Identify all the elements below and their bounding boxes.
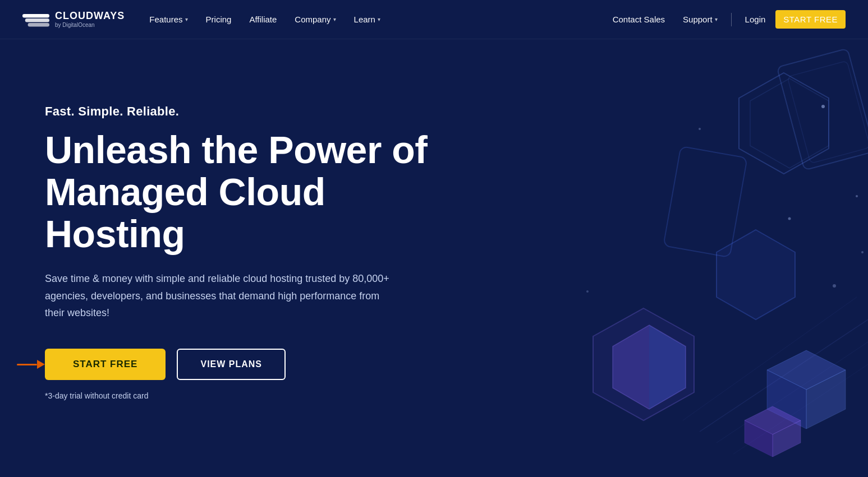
logo-sub: by DigitalOcean [55, 22, 125, 28]
start-free-nav-button[interactable]: START FREE [775, 10, 846, 29]
nav-right: Contact Sales Support ▾ Login START FREE [605, 10, 846, 29]
svg-point-23 [821, 105, 825, 108]
svg-point-24 [788, 217, 791, 220]
nav-links: Features ▾ Pricing Affiliate Company ▾ [141, 10, 388, 29]
logo-name: CLOUDWAYS [55, 11, 125, 22]
nav-item-company: Company ▾ [287, 10, 343, 29]
arrow-indicator [17, 360, 45, 369]
arrow-head [37, 360, 45, 369]
nav-item-features: Features ▾ [141, 10, 195, 29]
hero-section: Fast. Simple. Reliable. Unleash the Powe… [0, 39, 868, 476]
svg-point-28 [586, 290, 589, 293]
navbar: CLOUDWAYS by DigitalOcean Features ▾ Pri… [0, 0, 868, 39]
svg-rect-0 [22, 14, 49, 17]
chevron-down-icon: ▾ [333, 16, 336, 22]
svg-marker-11 [717, 230, 795, 319]
svg-marker-3 [739, 73, 829, 174]
svg-point-25 [856, 195, 858, 197]
nav-item-affiliate: Affiliate [241, 10, 284, 29]
hero-bg-svg [475, 39, 868, 476]
svg-point-29 [861, 251, 864, 253]
nav-link-features[interactable]: Features ▾ [141, 10, 195, 29]
svg-rect-6 [787, 61, 868, 163]
nav-link-company[interactable]: Company ▾ [287, 10, 343, 29]
nav-link-login[interactable]: Login [737, 10, 774, 29]
svg-point-27 [833, 284, 836, 288]
chevron-down-icon: ▾ [185, 16, 188, 22]
nav-link-learn[interactable]: Learn ▾ [346, 10, 388, 29]
chevron-down-icon: ▾ [715, 16, 718, 22]
logo-text: CLOUDWAYS by DigitalOcean [55, 11, 125, 28]
svg-rect-1 [25, 18, 49, 22]
hero-description: Save time & money with simple and reliab… [45, 270, 393, 322]
arrow-line [17, 364, 37, 365]
nav-item-pricing: Pricing [198, 10, 240, 29]
nav-item-learn: Learn ▾ [346, 10, 388, 29]
nav-left: CLOUDWAYS by DigitalOcean Features ▾ Pri… [22, 10, 388, 30]
hero-tagline: Fast. Simple. Reliable. [45, 104, 438, 119]
start-free-wrapper: START FREE [45, 349, 166, 380]
nav-link-affiliate[interactable]: Affiliate [241, 10, 284, 29]
logo-link[interactable]: CLOUDWAYS by DigitalOcean [22, 10, 125, 30]
hero-note: *3-day trial without credit card [45, 391, 438, 400]
hero-background [475, 39, 868, 476]
hero-heading: Unleash the Power of Managed Cloud Hosti… [45, 129, 438, 254]
nav-link-pricing[interactable]: Pricing [198, 10, 240, 29]
svg-rect-22 [663, 146, 747, 257]
logo-icon [22, 10, 49, 30]
nav-link-contact-sales[interactable]: Contact Sales [605, 10, 673, 29]
nav-link-support[interactable]: Support ▾ [675, 10, 725, 29]
view-plans-button[interactable]: VIEW PLANS [177, 349, 286, 380]
start-free-hero-button[interactable]: START FREE [45, 349, 166, 380]
hero-buttons: START FREE VIEW PLANS [45, 349, 438, 380]
svg-point-26 [699, 128, 701, 130]
chevron-down-icon: ▾ [378, 16, 380, 22]
nav-divider [731, 13, 732, 26]
hero-content: Fast. Simple. Reliable. Unleash the Powe… [45, 104, 438, 400]
svg-rect-2 [28, 23, 49, 26]
